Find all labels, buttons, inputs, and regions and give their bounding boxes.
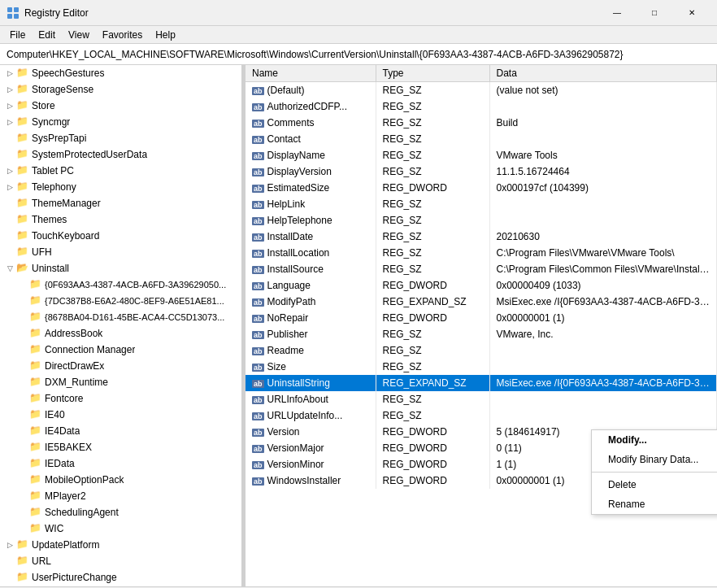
tree-node-ie4data[interactable]: ▷ 📁 IE4Data [0, 423, 241, 439]
tree-node-directdrawex[interactable]: ▷ 📁 DirectDrawEx [0, 358, 241, 374]
context-menu-rename[interactable]: Rename [592, 494, 717, 514]
menu-edit[interactable]: Edit [32, 28, 62, 42]
tree-node-tabletpc[interactable]: ▷ 📁 Tablet PC [0, 163, 241, 179]
tree-node-syspreptapi[interactable]: ▷ 📁 SysPrepTapi [0, 130, 241, 146]
tree-node-speechgestures[interactable]: ▷ 📁 SpeechGestures [0, 65, 241, 81]
svg-rect-2 [7, 14, 12, 19]
address-bar: Computer\HKEY_LOCAL_MACHINE\SOFTWARE\Mic… [0, 44, 717, 65]
context-menu-modify-binary[interactable]: Modify Binary Data... [592, 450, 717, 469]
tree-node-uninstall[interactable]: ▽ 📂 Uninstall [0, 260, 241, 277]
folder-icon-key2: 📁 [29, 294, 42, 307]
table-row[interactable]: abInstallSourceREG_SZC:\Program Files\Co… [246, 261, 717, 277]
folder-icon-store: 📁 [16, 99, 29, 112]
context-menu: Modify... Modify Binary Data... Delete R… [591, 429, 717, 515]
tree-node-dxmruntime[interactable]: ▷ 📁 DXM_Runtime [0, 374, 241, 390]
table-row[interactable]: abEstimatedSizeREG_DWORD0x000197cf (1043… [246, 180, 717, 196]
expand-updateplatform[interactable]: ▷ [3, 538, 16, 551]
cell-name: abVersion [246, 424, 376, 440]
menu-help[interactable]: Help [149, 28, 182, 42]
tree-node-syncmgr[interactable]: ▷ 📁 Syncmgr [0, 114, 241, 130]
context-menu-delete[interactable]: Delete [592, 475, 717, 494]
folder-icon-thememanager: 📁 [16, 197, 29, 210]
table-row[interactable]: abUninstallStringREG_EXPAND_SZMsiExec.ex… [246, 375, 717, 391]
tree-node-mobileoptionpack[interactable]: ▷ 📁 MobileOptionPack [0, 472, 241, 488]
right-panel: Name Type Data ab(Default)REG_SZ(value n… [246, 65, 717, 586]
table-row[interactable]: abAuthorizedCDFP...REG_SZ [246, 98, 717, 115]
table-row[interactable]: abSizeREG_SZ [246, 359, 717, 375]
folder-icon-key3: 📁 [29, 311, 42, 324]
tree-node-mplayer2[interactable]: ▷ 📁 MPlayer2 [0, 488, 241, 504]
tree-node-fontcore[interactable]: ▷ 📁 Fontcore [0, 390, 241, 407]
menu-file[interactable]: File [3, 28, 32, 42]
col-type[interactable]: Type [376, 65, 489, 82]
col-name[interactable]: Name [246, 65, 376, 82]
folder-icon-dxmruntime: 📁 [29, 376, 42, 389]
expand-store[interactable]: ▷ [3, 99, 16, 112]
table-row[interactable]: abNoRepairREG_DWORD0x00000001 (1) [246, 310, 717, 326]
tree-node-ie40[interactable]: ▷ 📁 IE40 [0, 407, 241, 423]
tree-node-key1[interactable]: ▷ 📁 {0F693AA3-4387-4ACB-A6FD-3A39629050.… [0, 277, 241, 293]
tree-node-userpicturechange[interactable]: ▷ 📁 UserPictureChange [0, 569, 241, 586]
expand-speechgestures[interactable]: ▷ [3, 67, 16, 80]
table-row[interactable]: abCommentsREG_SZBuild [246, 115, 717, 131]
tree-node-ie5bakex[interactable]: ▷ 📁 IE5BAKEX [0, 439, 241, 455]
cell-name: abVersionMajor [246, 440, 376, 456]
table-row[interactable]: abHelpTelephoneREG_SZ [246, 212, 717, 229]
table-row[interactable]: abDisplayVersionREG_SZ11.1.5.16724464 [246, 163, 717, 180]
address-path[interactable]: Computer\HKEY_LOCAL_MACHINE\SOFTWARE\Mic… [7, 49, 624, 60]
tree-node-connmgr[interactable]: ▷ 📁 Connection Manager [0, 342, 241, 358]
table-row[interactable]: abContactREG_SZ [246, 131, 717, 147]
table-row[interactable]: abLanguageREG_DWORD0x00000409 (1033) [246, 277, 717, 294]
tree-node-key3[interactable]: ▷ 📁 {8678BA04-D161-45BE-ACA4-CC5D13073..… [0, 309, 241, 325]
tree-node-addressbook[interactable]: ▷ 📁 AddressBook [0, 325, 241, 342]
minimize-button[interactable]: — [598, 0, 636, 26]
window-title: Registry Editor [24, 7, 598, 19]
close-button[interactable]: ✕ [673, 0, 710, 26]
table-row[interactable]: abReadmeREG_SZ [246, 342, 717, 359]
svg-rect-0 [7, 7, 12, 12]
menu-view[interactable]: View [62, 28, 96, 42]
table-row[interactable]: ab(Default)REG_SZ(value not set) [246, 82, 717, 98]
tree-node-schedulingagent[interactable]: ▷ 📁 SchedulingAgent [0, 504, 241, 520]
tree-node-systemprotected[interactable]: ▷ 📁 SystemProtectedUserData [0, 146, 241, 163]
tree-node-ufh[interactable]: ▷ 📁 UFH [0, 244, 241, 260]
tree-node-store[interactable]: ▷ 📁 Store [0, 98, 241, 114]
table-row[interactable]: abInstallLocationREG_SZC:\Program Files\… [246, 245, 717, 261]
node-label-storagesense: StorageSense [32, 84, 93, 95]
cell-data [489, 196, 717, 212]
col-data[interactable]: Data [489, 65, 717, 82]
tree-node-updateplatform[interactable]: ▷ 📁 UpdatePlatform [0, 537, 241, 553]
table-row[interactable]: abModifyPathREG_EXPAND_SZMsiExec.exe /I{… [246, 294, 717, 310]
tree-node-touchkeyboard[interactable]: ▷ 📁 TouchKeyboard [0, 228, 241, 244]
tree-node-telephony[interactable]: ▷ 📁 Telephony [0, 179, 241, 195]
cell-name: abPublisher [246, 326, 376, 342]
title-bar: Registry Editor — □ ✕ [0, 0, 717, 26]
folder-icon-storagesense: 📁 [16, 83, 29, 96]
cell-data [489, 131, 717, 147]
table-row[interactable]: abInstallDateREG_SZ20210630 [246, 229, 717, 245]
tree-node-userstate[interactable]: ▷ 📁 UserState [0, 586, 241, 586]
expand-tabletpc[interactable]: ▷ [3, 164, 16, 177]
folder-icon-mplayer2: 📁 [29, 490, 42, 503]
tree-node-url[interactable]: ▷ 📁 URL [0, 553, 241, 569]
table-row[interactable]: abURLUpdateInfo...REG_SZ [246, 407, 717, 424]
expand-syncmgr[interactable]: ▷ [3, 115, 16, 128]
tree-node-thememanager[interactable]: ▷ 📁 ThemeManager [0, 195, 241, 211]
tree-node-iedata[interactable]: ▷ 📁 IEData [0, 455, 241, 472]
table-row[interactable]: abDisplayNameREG_SZVMware Tools [246, 147, 717, 163]
table-row[interactable]: abHelpLinkREG_SZ [246, 196, 717, 212]
tree-node-themes[interactable]: ▷ 📁 Themes [0, 211, 241, 228]
expand-storagesense[interactable]: ▷ [3, 83, 16, 96]
tree-node-key2[interactable]: ▷ 📁 {7DC387B8-E6A2-480C-8EF9-A6E51AE81..… [0, 293, 241, 309]
maximize-button[interactable]: □ [636, 0, 673, 26]
expand-uninstall[interactable]: ▽ [3, 262, 16, 275]
table-row[interactable]: abPublisherREG_SZVMware, Inc. [246, 326, 717, 342]
tree-node-storagesense[interactable]: ▷ 📁 StorageSense [0, 81, 241, 98]
context-menu-modify[interactable]: Modify... [592, 430, 717, 450]
tree-node-wic[interactable]: ▷ 📁 WIC [0, 520, 241, 537]
table-row[interactable]: abURLInfoAboutREG_SZ [246, 391, 717, 407]
expand-telephony[interactable]: ▷ [3, 181, 16, 194]
cell-type: REG_SZ [376, 342, 489, 359]
menu-favorites[interactable]: Favorites [96, 28, 149, 42]
node-label-systemprotected: SystemProtectedUserData [32, 149, 147, 160]
